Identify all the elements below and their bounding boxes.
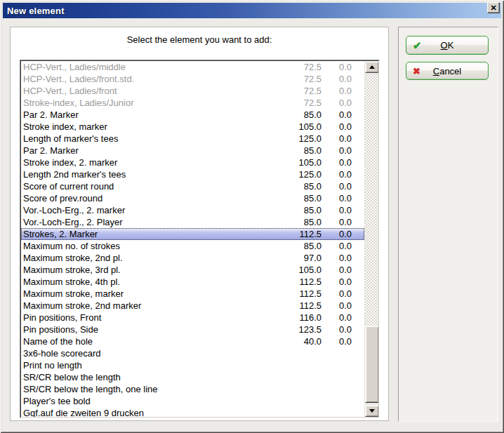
list-item-label: Maximum no. of strokes bbox=[21, 241, 272, 251]
list-item-label: Par 2. Marker bbox=[21, 109, 272, 120]
list-item-value-1: 105.0 bbox=[272, 121, 321, 132]
list-item-value-1: 85.0 bbox=[272, 181, 321, 192]
list-item-value-2: 0.0 bbox=[321, 229, 352, 239]
list-item-label: Maximum stroke, 4th pl. bbox=[21, 277, 272, 287]
list-item-value-2: 0.0 bbox=[321, 312, 352, 323]
button-panel: ✔ OK ✖ Cancel bbox=[398, 27, 498, 422]
list-item-label: Length of marker's tees bbox=[21, 133, 272, 144]
cancel-button[interactable]: ✖ Cancel bbox=[406, 62, 489, 80]
list-item-label: Maximum stroke, 2nd pl. bbox=[21, 253, 272, 263]
list-item[interactable]: Maximum stroke, 3rd pl. 105.0 0.0 bbox=[21, 264, 364, 276]
element-list[interactable]: HCP-Vert., Ladies/middle 72.5 0.0 HCP-Ve… bbox=[21, 61, 364, 417]
list-item[interactable]: Name of the hole 40.0 0.0 bbox=[21, 335, 364, 347]
ok-button[interactable]: ✔ OK bbox=[406, 36, 489, 55]
list-item-value-1: 116.0 bbox=[272, 312, 321, 323]
list-item-value-1: 85.0 bbox=[272, 241, 321, 251]
scrollbar-thumb[interactable] bbox=[365, 326, 379, 403]
list-item-label: Stroke-index, Ladies/Junior bbox=[21, 98, 272, 108]
list-item-label: Par 2. Marker bbox=[21, 145, 272, 156]
list-item-label: Score of current round bbox=[21, 181, 272, 192]
list-item-value-1: 72.5 bbox=[272, 98, 321, 108]
list-item[interactable]: HCP-Vert., Ladies/front 72.5 0.0 bbox=[21, 85, 364, 97]
list-item[interactable]: Maximum stroke, marker 112.5 0.0 bbox=[21, 288, 364, 300]
list-item-label: 3x6-hole scorecard bbox=[21, 348, 272, 359]
list-item[interactable]: Maximum no. of strokes 85.0 0.0 bbox=[21, 240, 364, 252]
element-listbox: HCP-Vert., Ladies/middle 72.5 0.0 HCP-Ve… bbox=[20, 60, 380, 418]
list-item[interactable]: Player's tee bold bbox=[21, 395, 364, 407]
list-item-value-2: 0.0 bbox=[321, 265, 352, 275]
list-item-value-2: 0.0 bbox=[321, 169, 352, 180]
list-item-value-1: 72.5 bbox=[272, 62, 321, 72]
list-item-label: HCP-Vert., Ladies/middle bbox=[21, 62, 272, 72]
list-item[interactable]: SR/CR below the length, one line bbox=[21, 383, 364, 395]
list-item-value-1: 125.0 bbox=[272, 169, 321, 180]
list-item-value-2: 0.0 bbox=[321, 109, 352, 120]
list-item[interactable]: Maximum stroke, 2nd pl. 97.0 0.0 bbox=[21, 252, 364, 264]
list-item[interactable]: Score of current round 85.0 0.0 bbox=[21, 180, 364, 192]
list-item[interactable]: Pin positions, Side 123.5 0.0 bbox=[21, 324, 364, 335]
list-item-label: HCP-Vert., Ladies/front bbox=[21, 86, 272, 96]
selection-panel: Select the element you want to add: HCP-… bbox=[10, 27, 389, 421]
list-item[interactable]: Stroke-index, Ladies/Junior 72.5 0.0 bbox=[21, 97, 364, 109]
list-item-value-2: 0.0 bbox=[321, 205, 352, 215]
list-item[interactable]: Maximum stroke, 2nd marker 112.5 0.0 bbox=[21, 300, 364, 312]
list-item-value-2: 0.0 bbox=[321, 62, 352, 72]
new-element-dialog: New element ✕ Select the element you wan… bbox=[0, 0, 504, 433]
list-item[interactable]: Vor.-Loch-Erg., 2. Player 85.0 0.0 bbox=[21, 216, 364, 228]
list-item-value-2: 0.0 bbox=[321, 324, 352, 335]
list-item-label: Maximum stroke, 3rd pl. bbox=[21, 265, 272, 275]
list-item[interactable]: Pin positions, Front 116.0 0.0 bbox=[21, 312, 364, 324]
list-item-value-1: 105.0 bbox=[272, 157, 321, 168]
list-item[interactable]: Print no length bbox=[21, 359, 364, 371]
list-item[interactable]: Par 2. Marker 85.0 0.0 bbox=[21, 145, 364, 156]
list-item[interactable]: Stroke index, marker 105.0 0.0 bbox=[21, 121, 364, 133]
list-item-value-1: 85.0 bbox=[272, 193, 321, 204]
list-item-label: Strokes, 2. Marker bbox=[21, 229, 272, 239]
list-item-value-1: 125.0 bbox=[272, 133, 321, 144]
list-item[interactable]: Vor.-Loch-Erg., 2. marker 85.0 0.0 bbox=[21, 204, 364, 216]
list-item-value-2: 0.0 bbox=[321, 217, 352, 227]
list-item-label: Maximum stroke, marker bbox=[21, 288, 272, 299]
scroll-up-button[interactable] bbox=[365, 61, 379, 73]
prompt-label: Select the element you want to add: bbox=[11, 34, 388, 45]
list-item[interactable]: Length of marker's tees 125.0 0.0 bbox=[21, 133, 364, 145]
list-item-value-2: 0.0 bbox=[321, 181, 352, 192]
list-item[interactable]: Stroke index, 2. marker 105.0 0.0 bbox=[21, 156, 364, 168]
list-item[interactable]: Ggf.auf die zweiten 9 drucken bbox=[21, 407, 364, 417]
list-item[interactable]: Strokes, 2. Marker 112.5 0.0 bbox=[21, 228, 364, 240]
list-item-value-1: 85.0 bbox=[272, 145, 321, 156]
list-item-value-2: 0.0 bbox=[321, 157, 352, 168]
list-item-value-2: 0.0 bbox=[321, 193, 352, 204]
list-item-label: Pin positions, Side bbox=[21, 324, 272, 335]
list-item-value-2: 0.0 bbox=[321, 277, 352, 287]
list-item[interactable]: HCP-Vert., Ladies/front.std. 72.5 0.0 bbox=[21, 73, 364, 85]
list-item-value-1: 105.0 bbox=[272, 265, 321, 275]
list-item-label: Player's tee bold bbox=[21, 396, 272, 406]
list-item[interactable]: SR/CR below the length bbox=[21, 371, 364, 383]
list-item-value-1: 85.0 bbox=[272, 205, 321, 215]
list-item-value-1: 40.0 bbox=[272, 336, 321, 347]
list-item[interactable]: 3x6-hole scorecard bbox=[21, 347, 364, 359]
list-item-value-1: 112.5 bbox=[272, 300, 321, 311]
list-item-value-2: 0.0 bbox=[321, 86, 352, 96]
list-item-label: Stroke index, marker bbox=[21, 121, 272, 132]
list-item-value-2: 0.0 bbox=[321, 300, 352, 311]
close-button[interactable]: ✕ bbox=[487, 2, 500, 13]
list-item-value-2: 0.0 bbox=[321, 241, 352, 251]
scroll-up-icon bbox=[369, 65, 375, 69]
list-item[interactable]: Par 2. Marker 85.0 0.0 bbox=[21, 109, 364, 121]
window-title: New element bbox=[3, 6, 65, 16]
scroll-down-button[interactable] bbox=[365, 405, 379, 417]
titlebar[interactable]: New element bbox=[3, 3, 501, 18]
list-item[interactable]: Score of prev.round 85.0 0.0 bbox=[21, 192, 364, 204]
check-icon: ✔ bbox=[413, 40, 422, 51]
list-item[interactable]: HCP-Vert., Ladies/middle 72.5 0.0 bbox=[21, 61, 364, 73]
ok-button-label: OK bbox=[441, 40, 454, 51]
list-item-value-2: 0.0 bbox=[321, 145, 352, 156]
list-item-label: Print no length bbox=[21, 360, 272, 371]
list-item[interactable]: Length 2nd marker's tees 125.0 0.0 bbox=[21, 168, 364, 180]
vertical-scrollbar[interactable] bbox=[364, 61, 378, 417]
list-item[interactable]: Maximum stroke, 4th pl. 112.5 0.0 bbox=[21, 276, 364, 288]
list-item-label: HCP-Vert., Ladies/front.std. bbox=[21, 74, 272, 84]
list-item-label: Stroke index, 2. marker bbox=[21, 157, 272, 168]
